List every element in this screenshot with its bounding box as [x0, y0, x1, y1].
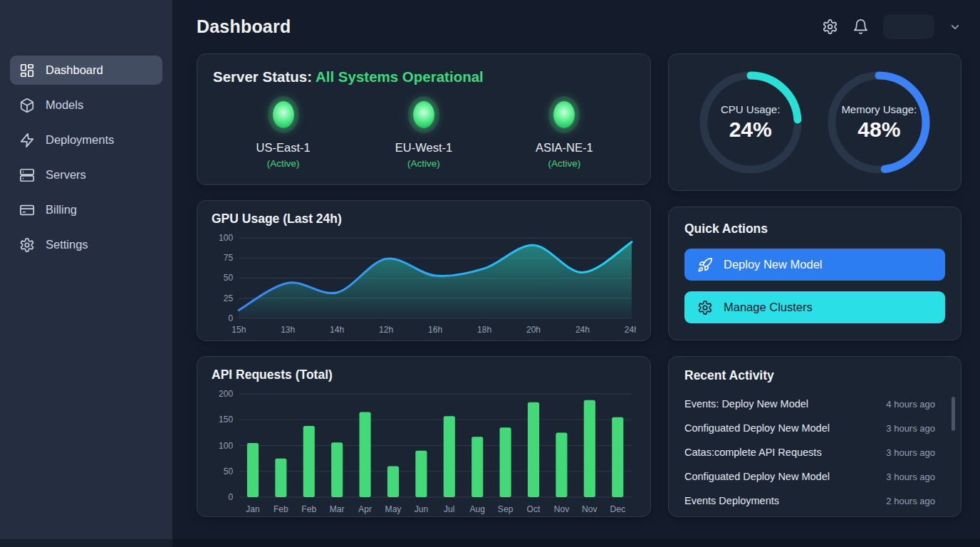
activity-time: 3 hours ago — [886, 423, 945, 434]
svg-text:200: 200 — [219, 389, 233, 399]
activity-row[interactable]: Configuated Deploy New Model 3 hours ago — [684, 464, 945, 489]
recent-activity-card: Recent Activity Events: Deploy New Model… — [668, 356, 961, 517]
button-label: Manage Clusters — [724, 301, 813, 314]
activity-time: 3 hours ago — [886, 472, 945, 482]
gpu-usage-area-chart: 025507510015h13h14h12h16h18h20h24h24h — [212, 231, 636, 338]
svg-text:13h: 13h — [281, 325, 295, 335]
sidebar-item-models[interactable]: Models — [10, 90, 162, 120]
sidebar-item-deployments[interactable]: Deployments — [10, 125, 162, 155]
svg-text:75: 75 — [224, 253, 234, 263]
gpu-usage-card: GPU Usage (Last 24h) 025507510015h13h14h… — [197, 200, 651, 341]
credit-card-icon — [19, 202, 35, 218]
status-dot-icon — [413, 101, 434, 128]
gear-icon — [697, 300, 713, 316]
sidebar-item-label: Billing — [46, 203, 77, 217]
svg-text:Nov: Nov — [554, 504, 569, 514]
quick-actions-card: Quick Actions Deploy New Model Manage Cl… — [668, 207, 961, 340]
region-name: US-East-1 — [256, 141, 311, 155]
sidebar-item-dashboard[interactable]: Dashboard — [10, 56, 162, 85]
svg-text:100: 100 — [219, 233, 233, 243]
svg-text:Jul: Jul — [444, 504, 454, 514]
svg-text:Apr: Apr — [358, 504, 372, 514]
lightning-icon — [19, 132, 35, 148]
region-us-east-1: US-East-1 (Active) — [223, 101, 344, 169]
svg-text:0: 0 — [229, 313, 234, 323]
manage-clusters-button[interactable]: Manage Clusters — [684, 291, 945, 323]
activity-time: 4 hours ago — [886, 399, 945, 410]
api-requests-bar-chart: 050100150200JanFebFebMarAprMayJunJulAugS… — [212, 387, 636, 519]
sidebar-item-label: Settings — [46, 238, 88, 251]
dashboard-grid-icon — [19, 63, 35, 78]
svg-text:14h: 14h — [330, 325, 344, 335]
user-menu[interactable] — [883, 14, 934, 39]
activity-text: Events Deployments — [684, 495, 779, 506]
server-status-title: Server Status: — [213, 68, 312, 85]
activity-time: 3 hours ago — [886, 447, 945, 458]
sidebar-item-label: Servers — [46, 168, 86, 182]
region-name: EU-West-1 — [395, 141, 452, 155]
memory-usage-label: Memory Usage: — [841, 103, 917, 115]
svg-text:15h: 15h — [231, 325, 246, 335]
server-status-heading: Server Status: All Systems Operational — [213, 68, 635, 85]
region-eu-west-1: EU-West-1 (Active) — [363, 101, 484, 169]
sidebar-item-label: Dashboard — [46, 63, 103, 77]
svg-text:24h: 24h — [625, 325, 636, 335]
server-status-value: All Systems Operational — [316, 68, 484, 85]
svg-text:20h: 20h — [526, 325, 541, 335]
svg-text:Feb: Feb — [301, 504, 316, 514]
activity-text: Configuated Deploy New Model — [684, 422, 830, 434]
deploy-new-model-button[interactable]: Deploy New Model — [684, 249, 945, 281]
region-state: (Active) — [267, 158, 300, 169]
svg-text:16h: 16h — [428, 325, 442, 335]
gear-icon[interactable] — [822, 19, 838, 35]
server-icon — [19, 167, 35, 183]
svg-text:Oct: Oct — [527, 504, 541, 514]
status-dot-icon — [553, 101, 575, 128]
status-dot-icon — [273, 101, 294, 128]
gpu-chart-title: GPU Usage (Last 24h) — [212, 212, 636, 226]
svg-text:Jun: Jun — [415, 504, 428, 514]
activity-time: 2 hours ago — [886, 496, 945, 506]
activity-text: Configuated Deploy New Model — [684, 471, 830, 482]
rocket-icon — [697, 257, 713, 273]
svg-text:50: 50 — [224, 273, 234, 283]
page-title: Dashboard — [197, 16, 291, 37]
region-name: ASIA-NE-1 — [536, 141, 593, 155]
region-asia-ne-1: ASIA-NE-1 (Active) — [504, 101, 625, 169]
recent-activity-title: Recent Activity — [684, 368, 945, 383]
cpu-usage-label: CPU Usage: — [721, 103, 780, 115]
chevron-down-icon[interactable] — [949, 21, 961, 33]
bell-icon[interactable] — [853, 19, 869, 35]
region-state: (Active) — [407, 158, 440, 169]
activity-text: Events: Deploy New Model — [684, 398, 808, 410]
activity-row[interactable]: Configuated Deploy New Model 3 hours ago — [684, 416, 945, 440]
activity-row[interactable]: Events Deployments 2 hours ago — [684, 489, 945, 513]
sidebar-item-settings[interactable]: Settings — [10, 230, 162, 259]
scrollbar-thumb[interactable] — [952, 397, 955, 431]
svg-text:May: May — [385, 504, 402, 514]
sidebar-item-servers[interactable]: Servers — [10, 160, 162, 189]
sidebar-item-label: Deployments — [46, 133, 114, 147]
svg-text:Sep: Sep — [498, 504, 514, 514]
svg-text:12h: 12h — [379, 325, 393, 335]
svg-text:Nov: Nov — [582, 504, 597, 514]
svg-text:25: 25 — [224, 293, 234, 303]
api-chart-title: API Requests (Total) — [212, 368, 636, 382]
main-content: Dashboard Server Status: All Systems Ope… — [172, 0, 980, 547]
activity-row[interactable]: Events: Deploy New Model 4 hours ago — [684, 392, 945, 416]
activity-row[interactable]: Catas:complete API Requests 3 hours ago — [684, 440, 945, 464]
svg-text:150: 150 — [219, 415, 233, 424]
usage-gauges-card: CPU Usage: 24% Memory Usage: 48% — [668, 53, 961, 191]
svg-text:Aug: Aug — [469, 504, 485, 514]
cube-icon — [19, 98, 35, 113]
cpu-usage-value: 24% — [729, 118, 772, 142]
sidebar-item-billing[interactable]: Billing — [10, 195, 162, 224]
svg-text:100: 100 — [219, 441, 233, 451]
memory-usage-value: 48% — [858, 118, 900, 142]
svg-text:Mar: Mar — [330, 504, 345, 514]
sidebar-item-label: Models — [46, 98, 83, 112]
region-state: (Active) — [548, 158, 580, 169]
api-requests-card: API Requests (Total) 050100150200JanFebF… — [197, 356, 651, 517]
svg-text:24h: 24h — [575, 325, 590, 335]
svg-text:50: 50 — [224, 467, 234, 476]
